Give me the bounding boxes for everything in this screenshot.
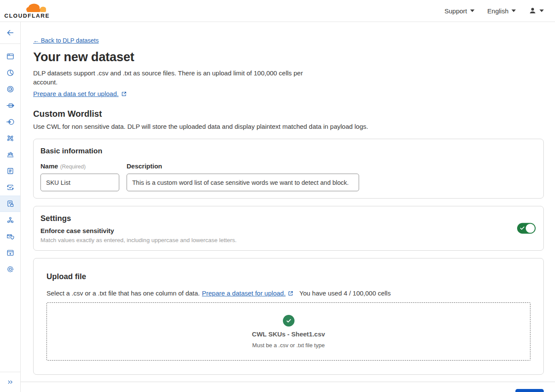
sidebar-item-gateway[interactable]	[0, 81, 20, 97]
sidebar-item-access[interactable]	[0, 114, 20, 130]
sidebar-item-logs[interactable]	[0, 163, 20, 179]
description-label: Description	[127, 162, 162, 170]
sidebar-item-overview[interactable]	[0, 48, 20, 65]
language-label: English	[487, 7, 508, 15]
sidebar-item-analytics[interactable]	[0, 65, 20, 81]
page-title: Your new dataset	[33, 50, 544, 64]
settings-title: Settings	[40, 214, 536, 223]
prepare-dataset-upload-link[interactable]: Prepare a dataset for upload.	[202, 289, 294, 297]
language-dropdown[interactable]: English	[487, 7, 516, 15]
sidebar-item-casb[interactable]	[0, 179, 20, 196]
name-label: Name	[40, 162, 58, 170]
external-link-icon	[288, 290, 294, 296]
chevron-down-icon	[512, 9, 516, 12]
file-type-hint: Must be a .csv or .txt file type	[252, 342, 325, 348]
sidebar-back-button[interactable]	[0, 22, 20, 44]
back-arrow-icon	[6, 28, 15, 37]
main-content: ← Back to DLP datasets Your new dataset …	[21, 22, 555, 392]
network-icon	[6, 134, 15, 143]
prepare-dataset-link[interactable]: Prepare a data set for upload.	[33, 90, 127, 97]
prepare-dataset-upload-link-label: Prepare a dataset for upload.	[202, 289, 285, 297]
settings-card: Settings Enforce case sensitivity Match …	[33, 206, 544, 251]
settings-icon	[6, 265, 15, 274]
sidebar-item-cluster[interactable]	[0, 212, 20, 228]
chevron-down-icon	[470, 9, 474, 12]
check-icon	[286, 318, 291, 324]
sidebar-divider	[0, 44, 20, 44]
dlp-icon	[6, 199, 15, 208]
gateway-icon	[6, 85, 15, 93]
case-sensitivity-label: Enforce case sensitivity	[40, 227, 536, 234]
sidebar-item-egress[interactable]	[0, 97, 20, 114]
overview-icon	[6, 52, 15, 61]
name-required-hint: (Required)	[60, 164, 86, 170]
team-icon	[6, 150, 15, 159]
intro-text: DLP datasets support .csv and .txt as so…	[33, 68, 309, 87]
upload-file-card: Upload file Select a .csv or a .txt file…	[33, 258, 544, 375]
logs-icon	[6, 167, 15, 175]
sidebar-nav	[0, 22, 21, 392]
name-field-group: Name(Required)	[40, 162, 119, 191]
form-footer: Cancel Save	[21, 382, 555, 392]
case-sensitivity-description: Match values exactly as entered, includi…	[40, 237, 536, 243]
sidebar-item-settings[interactable]	[0, 261, 20, 277]
cell-usage-text: You have used 4 / 100,000 cells	[299, 289, 391, 297]
case-sensitivity-toggle[interactable]	[517, 223, 536, 234]
support-dropdown[interactable]: Support	[444, 7, 474, 15]
brand-wordmark: CLOUDFLARE	[4, 12, 50, 19]
sidebar-item-browser[interactable]	[0, 245, 20, 261]
toggle-knob	[526, 224, 535, 233]
section-description: Use CWL for non sensitive data. DLP will…	[33, 123, 544, 130]
sidebar-expand-button[interactable]	[0, 372, 20, 392]
basic-information-title: Basic information	[40, 147, 536, 156]
user-menu[interactable]	[529, 7, 544, 15]
browser-icon	[6, 249, 15, 257]
sidebar-item-team[interactable]	[0, 146, 20, 163]
description-input[interactable]	[127, 174, 359, 191]
user-icon	[529, 7, 536, 15]
email-security-icon	[6, 232, 15, 241]
external-link-icon	[121, 91, 127, 97]
back-to-dlp-datasets-link[interactable]: ← Back to DLP datasets	[33, 37, 99, 44]
description-field-group: Description	[127, 162, 359, 191]
cloudflare-cloud-icon	[25, 2, 47, 12]
upload-description: Select a .csv or a .txt file that has on…	[47, 289, 200, 297]
cloudflare-logo[interactable]: CLOUDFLARE	[4, 1, 52, 21]
support-label: Support	[444, 7, 467, 15]
basic-information-card: Basic information Name(Required) Descrip…	[33, 139, 544, 199]
access-icon	[6, 118, 15, 126]
section-title: Custom Wordlist	[33, 109, 544, 119]
cluster-icon	[6, 216, 15, 224]
uploaded-file-name: CWL SKUs - Sheet1.csv	[252, 330, 325, 338]
sidebar-item-email-security[interactable]	[0, 228, 20, 245]
app-header: CLOUDFLARE Support English	[0, 0, 555, 22]
upload-file-title: Upload file	[47, 272, 530, 281]
casb-icon	[6, 183, 15, 192]
sidebar-item-network[interactable]	[0, 130, 20, 146]
expand-icon	[6, 378, 14, 386]
check-icon	[520, 226, 525, 231]
analytics-icon	[6, 68, 15, 77]
file-dropzone[interactable]: CWL SKUs - Sheet1.csv Must be a .csv or …	[47, 302, 530, 361]
upload-success-badge	[283, 315, 295, 327]
sidebar-item-dlp[interactable]	[0, 196, 20, 212]
chevron-down-icon	[539, 9, 544, 12]
egress-icon	[6, 101, 15, 110]
save-button[interactable]: Save	[515, 389, 544, 392]
prepare-dataset-link-label: Prepare a data set for upload.	[33, 90, 118, 97]
name-input[interactable]	[40, 174, 119, 191]
